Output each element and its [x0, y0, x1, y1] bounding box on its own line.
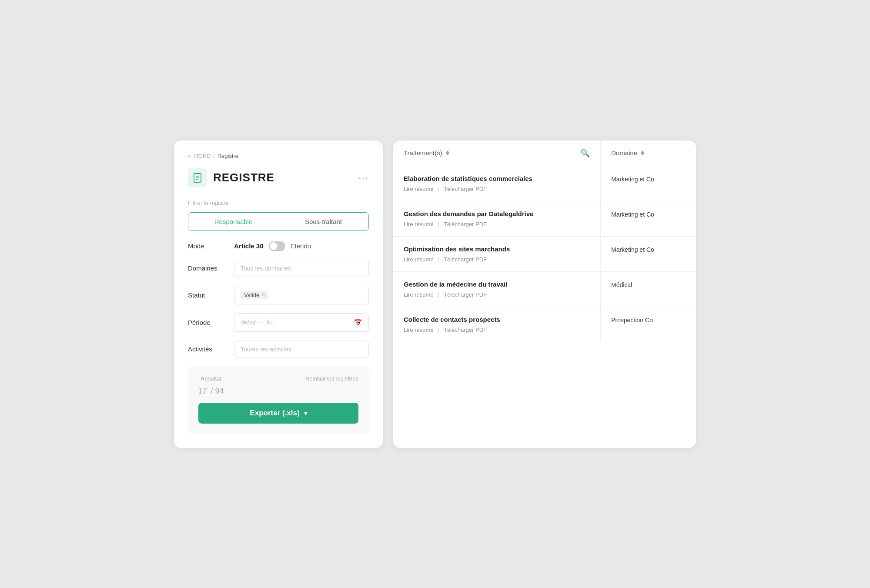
sort-down-icon: [641, 153, 644, 155]
toggle-responsable-button[interactable]: Responsable: [188, 213, 278, 231]
treatment-actions-1: Lire résumé | Télécharger PDF: [404, 221, 590, 227]
treatment-name-4: Collecte de contacts prospects: [404, 316, 590, 323]
action-sep-1: |: [438, 221, 439, 227]
calendar-icon[interactable]: 📅: [354, 318, 362, 327]
domaines-row: Domaines: [188, 260, 369, 277]
period-text: début ~ fin: [241, 319, 350, 326]
domain-label-1: Marketing et Co: [611, 211, 654, 218]
activites-input[interactable]: [234, 341, 369, 358]
action-read-1[interactable]: Lire résumé: [404, 221, 434, 227]
treatment-actions-0: Lire résumé | Télécharger PDF: [404, 186, 590, 192]
action-read-4[interactable]: Lire résumé: [404, 327, 434, 333]
domaines-input[interactable]: [234, 260, 369, 277]
article-label: Article 30: [234, 242, 264, 250]
table-row: Gestion de la médecine du travail Lire r…: [393, 272, 696, 307]
table-header: Traitement(s) 🔍 Domaine: [393, 140, 696, 166]
periode-label: Période: [188, 319, 227, 326]
type-toggle: Responsable Sous-traitant: [188, 212, 369, 231]
etendu-label: Etendu: [291, 242, 311, 250]
filter-label: Filtrer le registre: [188, 200, 369, 206]
treatment-name-0: Elaboration de statistiques commerciales: [404, 175, 590, 182]
table-row: Elaboration de statistiques commerciales…: [393, 166, 696, 201]
statut-tag: Validé ×: [241, 291, 268, 299]
statut-row: Statut Validé ×: [188, 286, 369, 304]
toggle-soustraitant-button[interactable]: Sous-traitant: [278, 213, 368, 231]
cell-domaine-0: Marketing et Co: [600, 166, 696, 201]
domain-label-2: Marketing et Co: [611, 246, 654, 253]
right-panel: Traitement(s) 🔍 Domaine Elaboration de s…: [393, 140, 696, 448]
cell-domaine-4: Prospection Co: [600, 307, 696, 342]
statut-tag-text: Validé: [244, 292, 259, 298]
result-label: Résultat: [198, 375, 224, 382]
statut-label: Statut: [188, 291, 227, 299]
action-sep-4: |: [438, 327, 439, 333]
statut-tag-close[interactable]: ×: [262, 292, 265, 298]
mode-label: Mode: [188, 242, 227, 250]
breadcrumb-sep: /: [213, 153, 215, 159]
menu-dots[interactable]: ···: [358, 172, 369, 184]
action-read-2[interactable]: Lire résumé: [404, 256, 434, 263]
breadcrumb-home[interactable]: RGPD: [194, 153, 211, 159]
reset-link[interactable]: Réinitialiser les filtres: [305, 375, 358, 382]
period-input[interactable]: début ~ fin 📅: [234, 313, 369, 332]
table-row: Optimisation des sites marchands Lire ré…: [393, 237, 696, 272]
result-value: 17 / 94: [198, 382, 224, 397]
domaine-sort-icon[interactable]: [641, 150, 644, 155]
action-sep-2: |: [438, 256, 439, 263]
action-pdf-0[interactable]: Télécharger PDF: [444, 186, 487, 192]
period-sep: ~: [259, 319, 263, 326]
cell-domaine-3: Médical: [600, 272, 696, 307]
mode-toggle-switch[interactable]: [269, 241, 285, 251]
panel-header-left: REGISTRE: [188, 168, 274, 187]
domain-label-3: Médical: [611, 281, 632, 288]
result-block: Résultat 17 / 94: [198, 375, 224, 397]
export-label: Exporter (.xls): [250, 409, 299, 418]
sort-down-icon: [446, 153, 449, 155]
cell-traitement-1: Gestion des demandes par Datalegaldrive …: [393, 201, 600, 236]
domaines-label: Domaines: [188, 264, 227, 272]
sort-up-icon: [446, 150, 449, 153]
activites-row: Activités: [188, 341, 369, 358]
mode-row: Mode Article 30 Etendu: [188, 241, 369, 251]
action-pdf-1[interactable]: Télécharger PDF: [444, 221, 487, 227]
col-traitement-label: Traitement(s): [404, 149, 442, 157]
action-sep-0: |: [438, 186, 439, 192]
panel-header: REGISTRE ···: [188, 168, 369, 187]
table-row: Collecte de contacts prospects Lire résu…: [393, 307, 696, 342]
left-panel: ⌂ RGPD / Registre REGISTRE ···: [174, 140, 383, 448]
toggle-knob: [270, 242, 278, 250]
action-read-0[interactable]: Lire résumé: [404, 186, 434, 192]
action-pdf-4[interactable]: Télécharger PDF: [444, 327, 487, 333]
col-domaine-label: Domaine: [611, 149, 637, 157]
cell-traitement-2: Optimisation des sites marchands Lire ré…: [393, 237, 600, 271]
result-row: Résultat 17 / 94 Réinitialiser les filtr…: [198, 375, 358, 397]
action-pdf-3[interactable]: Télécharger PDF: [444, 291, 487, 298]
export-button[interactable]: Exporter (.xls) ▾: [198, 403, 358, 424]
treatment-name-2: Optimisation des sites marchands: [404, 245, 590, 253]
action-read-3[interactable]: Lire résumé: [404, 291, 434, 298]
home-icon: ⌂: [188, 153, 191, 160]
action-pdf-2[interactable]: Télécharger PDF: [444, 256, 487, 263]
cell-domaine-2: Marketing et Co: [600, 237, 696, 271]
cell-domaine-1: Marketing et Co: [600, 201, 696, 236]
treatment-actions-4: Lire résumé | Télécharger PDF: [404, 327, 590, 333]
col-traitement-header: Traitement(s) 🔍: [393, 140, 600, 166]
fin-placeholder: fin: [266, 319, 273, 326]
treatment-name-3: Gestion de la médecine du travail: [404, 281, 590, 288]
result-count: 17: [198, 387, 207, 395]
domain-label-0: Marketing et Co: [611, 176, 654, 183]
table-body: Elaboration de statistiques commerciales…: [393, 166, 696, 342]
statut-input[interactable]: Validé ×: [234, 286, 369, 304]
treatment-actions-2: Lire résumé | Télécharger PDF: [404, 256, 590, 263]
traitement-sort-icon[interactable]: [446, 150, 449, 155]
result-sep: / 94: [211, 387, 224, 395]
cell-traitement-3: Gestion de la médecine du travail Lire r…: [393, 272, 600, 307]
cell-traitement-0: Elaboration de statistiques commerciales…: [393, 166, 600, 201]
table-row: Gestion des demandes par Datalegaldrive …: [393, 201, 696, 237]
export-chevron-icon: ▾: [304, 410, 307, 417]
debut-placeholder: début: [241, 319, 256, 326]
search-icon[interactable]: 🔍: [580, 148, 590, 158]
activites-label: Activités: [188, 345, 227, 353]
breadcrumb-current: Registre: [218, 153, 238, 159]
bottom-section: Résultat 17 / 94 Réinitialiser les filtr…: [188, 367, 369, 434]
